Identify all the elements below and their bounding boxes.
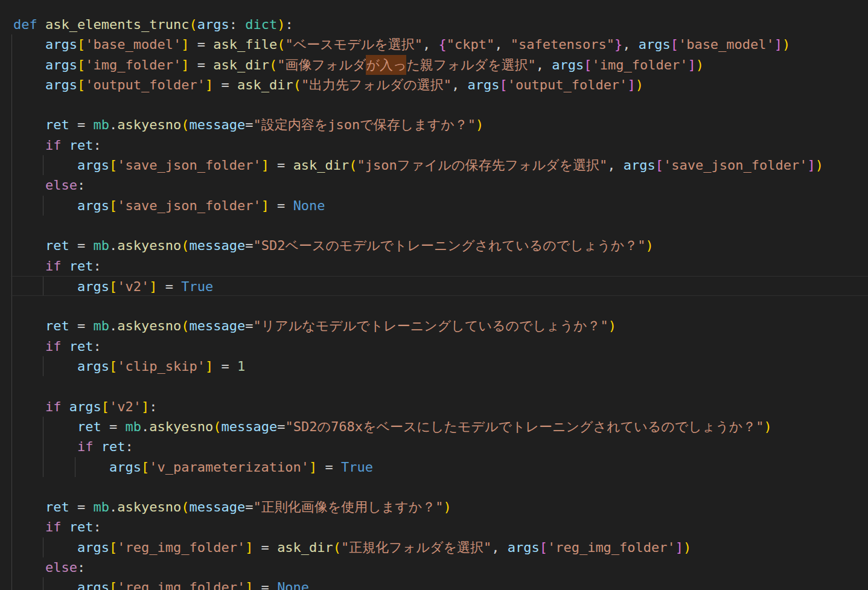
code-line[interactable]: args['img_folder'] = ask_dir("画像フォルダが入った… bbox=[11, 55, 868, 75]
code-line[interactable]: ret = mb.askyesno(message="SD2ベースのモデルでトレ… bbox=[11, 236, 868, 255]
indent-guide bbox=[11, 397, 12, 417]
code-token: args bbox=[77, 158, 109, 173]
code-token: ret bbox=[101, 439, 126, 454]
code-line[interactable] bbox=[11, 95, 868, 115]
code-token: { bbox=[438, 37, 446, 52]
code-token: "SD2ベースのモデルでトレーニングされているのでしょうか？" bbox=[253, 238, 645, 253]
code-line[interactable] bbox=[11, 477, 868, 497]
code-token: ) bbox=[683, 540, 691, 555]
code-line[interactable] bbox=[11, 296, 868, 316]
code-token: if bbox=[45, 258, 62, 274]
indent-guide bbox=[43, 537, 43, 557]
code-token: True bbox=[341, 460, 373, 475]
code-line[interactable]: ret = mb.askyesno(message="設定内容をjsonで保存し… bbox=[11, 115, 868, 135]
indent-guide bbox=[11, 175, 12, 195]
code-token bbox=[13, 519, 45, 534]
code-token: 'v2' bbox=[117, 279, 149, 294]
code-token: ( bbox=[181, 499, 189, 515]
code-token: if bbox=[45, 399, 62, 414]
code-line[interactable]: args['v_parameterization'] = True bbox=[11, 457, 868, 477]
code-token: mb bbox=[125, 419, 141, 434]
code-token: message bbox=[189, 238, 245, 253]
code-token: . bbox=[109, 318, 117, 333]
code-token bbox=[13, 540, 77, 555]
code-token: ret bbox=[69, 519, 94, 534]
code-token: ( bbox=[333, 540, 341, 555]
code-editor[interactable]: def ask_elements_trunc(args: dict): args… bbox=[11, 14, 868, 590]
code-line[interactable]: ret = mb.askyesno(message="SD2の768xをベースに… bbox=[11, 417, 868, 437]
code-token: [ bbox=[540, 540, 547, 555]
code-token: 'base_model' bbox=[678, 37, 774, 52]
code-token: ] bbox=[807, 158, 815, 173]
code-token: . bbox=[109, 117, 117, 132]
code-token: : bbox=[93, 339, 101, 354]
code-token: = bbox=[245, 238, 253, 253]
code-token bbox=[13, 460, 109, 475]
code-token: ( bbox=[293, 77, 301, 92]
code-token: ( bbox=[277, 37, 285, 52]
code-line[interactable]: if ret: bbox=[11, 336, 868, 356]
code-line[interactable]: args['output_folder'] = ask_dir("出力先フォルダ… bbox=[11, 75, 868, 95]
code-line[interactable]: def ask_elements_trunc(args: dict): bbox=[11, 14, 868, 34]
code-line[interactable]: args['clip_skip'] = 1 bbox=[11, 356, 868, 376]
code-token: [ bbox=[109, 158, 117, 173]
code-line[interactable]: if ret: bbox=[11, 437, 868, 457]
code-token: : bbox=[93, 138, 101, 153]
code-token: [ bbox=[109, 279, 117, 294]
code-token bbox=[13, 399, 45, 414]
indent-guide bbox=[11, 336, 12, 356]
code-token: , bbox=[491, 540, 508, 555]
code-token: 'reg_img_folder' bbox=[547, 540, 675, 555]
code-token: args bbox=[508, 540, 540, 555]
code-line[interactable]: args['save_json_folder'] = None bbox=[11, 196, 868, 216]
code-token: [ bbox=[77, 77, 85, 92]
code-token: args bbox=[197, 17, 229, 32]
code-token: ] bbox=[245, 540, 253, 555]
code-token: "正規化フォルダを選択" bbox=[341, 540, 491, 555]
code-token bbox=[13, 198, 77, 213]
code-token: args bbox=[69, 399, 101, 414]
code-token: ret bbox=[77, 419, 101, 434]
code-token: "設定内容をjsonで保存しますか？" bbox=[253, 117, 476, 132]
code-line[interactable]: ret = mb.askyesno(message="正則化画像を使用しますか？… bbox=[11, 497, 868, 517]
code-token: message bbox=[189, 499, 245, 515]
code-line[interactable]: args['base_model'] = ask_file("ベースモデルを選択… bbox=[11, 34, 868, 54]
code-token: message bbox=[189, 318, 245, 333]
code-token: , bbox=[423, 37, 439, 52]
code-token: , bbox=[536, 57, 552, 72]
code-token: 'base_model' bbox=[85, 37, 181, 52]
code-line[interactable]: args['save_json_folder'] = ask_dir("json… bbox=[11, 155, 868, 175]
current-line[interactable]: args['v2'] = True bbox=[11, 276, 868, 296]
code-line[interactable]: if ret: bbox=[11, 256, 868, 276]
code-token: [ bbox=[77, 57, 85, 72]
code-token: "jsonファイルの保存先フォルダを選択" bbox=[357, 158, 608, 173]
indent-guide bbox=[43, 277, 43, 295]
code-token: 'save_json_folder' bbox=[117, 198, 261, 213]
code-line[interactable]: else: bbox=[11, 175, 868, 195]
code-line[interactable]: else: bbox=[11, 557, 868, 577]
code-token: = bbox=[269, 158, 293, 173]
code-token: 'output_folder' bbox=[508, 77, 628, 92]
code-line[interactable]: if ret: bbox=[11, 135, 868, 155]
code-line[interactable]: args['reg_img_folder'] = ask_dir("正規化フォル… bbox=[11, 537, 868, 557]
indent-guide bbox=[11, 196, 12, 216]
code-line[interactable]: args['reg_img_folder'] = None bbox=[11, 577, 868, 590]
code-token: args bbox=[77, 359, 109, 374]
code-token: if bbox=[45, 519, 62, 534]
code-line[interactable] bbox=[11, 216, 868, 236]
code-token: : bbox=[285, 17, 293, 32]
code-line[interactable]: ret = mb.askyesno(message="リアルなモデルでトレーニン… bbox=[11, 316, 868, 336]
code-token: = bbox=[245, 318, 253, 333]
code-token: = bbox=[253, 580, 277, 590]
code-token: ) bbox=[782, 37, 790, 52]
code-line[interactable] bbox=[11, 376, 868, 396]
code-token: ] bbox=[181, 57, 189, 72]
code-token: args bbox=[77, 279, 109, 294]
code-token bbox=[13, 359, 77, 374]
code-line[interactable]: if args['v2']: bbox=[11, 397, 868, 417]
code-line[interactable]: if ret: bbox=[11, 517, 868, 537]
indent-guide bbox=[11, 356, 12, 376]
code-token: = bbox=[277, 419, 285, 434]
indent-guide bbox=[11, 497, 12, 517]
code-token: . bbox=[109, 238, 117, 253]
